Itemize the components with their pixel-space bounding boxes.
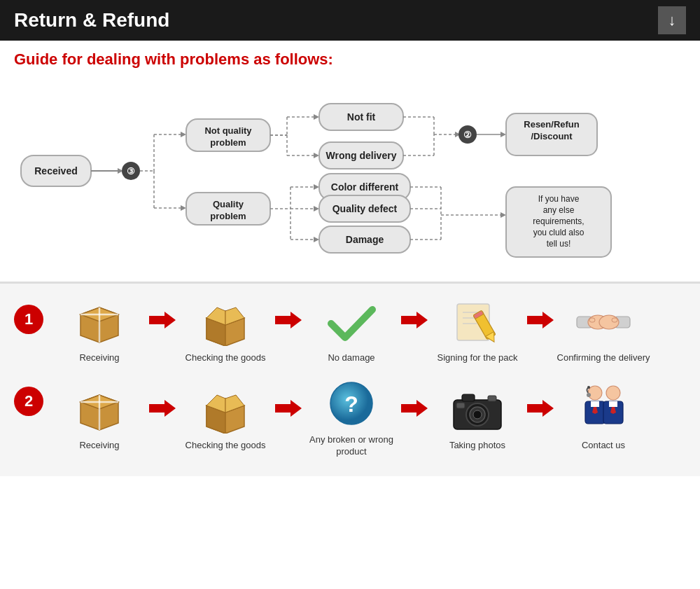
- svg-rect-119: [462, 394, 475, 401]
- process-section: 1 Receiving: [0, 282, 700, 476]
- step-arrow-1b: [274, 310, 302, 331]
- step-label-checking-1: Checking the goods: [186, 352, 266, 364]
- svg-text:/Discount: /Discount: [531, 131, 573, 141]
- svg-marker-54: [500, 132, 506, 137]
- step-arrow-2b: [274, 398, 302, 419]
- svg-text:If you have: If you have: [538, 194, 580, 204]
- step-arrow-2d: [526, 398, 554, 419]
- step-arrow-2c: [400, 398, 428, 419]
- guide-title: Guide for dealing with problems as follo…: [14, 50, 686, 69]
- svg-text:Resen/Refun: Resen/Refun: [524, 119, 580, 130]
- svg-text:Color different: Color different: [331, 181, 399, 193]
- svg-marker-114: [401, 400, 428, 417]
- step-item-photos: Taking photos: [428, 381, 526, 452]
- step-label-receiving-1: Receiving: [79, 352, 119, 364]
- svg-text:Not fit: Not fit: [347, 111, 376, 123]
- step-label-broken: Any broken or wrong product: [302, 434, 400, 458]
- step-item-confirming: Confirming the delivery: [554, 293, 652, 364]
- box-closed-icon: [68, 293, 131, 349]
- step-item-checking-1: Checking the goods: [176, 293, 274, 364]
- svg-marker-83: [275, 312, 302, 328]
- svg-marker-76: [149, 312, 176, 328]
- box-open-icon-2: [194, 381, 257, 437]
- svg-marker-36: [314, 206, 319, 212]
- pencil-paper-icon: [446, 293, 509, 349]
- svg-rect-121: [456, 403, 465, 408]
- process-row-2: 2 Receiving: [14, 375, 686, 458]
- svg-marker-111: [275, 400, 302, 417]
- svg-rect-120: [488, 396, 496, 401]
- svg-marker-22: [314, 114, 319, 120]
- svg-marker-38: [314, 237, 319, 242]
- step-arrow-2a: [148, 398, 176, 419]
- step-number-1: 1: [14, 305, 43, 334]
- svg-marker-92: [527, 312, 554, 328]
- step-label-signing: Signing for the pack: [438, 352, 518, 364]
- svg-text:requirements,: requirements,: [533, 216, 584, 226]
- step-label-photos: Taking photos: [449, 440, 505, 452]
- box-closed-icon-2: [68, 381, 131, 437]
- svg-text:Quality: Quality: [213, 199, 244, 209]
- arrow-icon: ↓: [658, 6, 686, 34]
- step-label-nodamage: No damage: [328, 352, 374, 364]
- step-item-checking-2: Checking the goods: [176, 381, 274, 452]
- svg-text:Not quality: Not quality: [204, 125, 252, 136]
- svg-point-128: [587, 386, 590, 389]
- step-items-1: Receiving: [50, 293, 686, 364]
- svg-marker-122: [527, 400, 554, 417]
- flowchart-svg: Received ③ Not quality problem Quality: [14, 78, 693, 271]
- svg-marker-9: [181, 132, 186, 137]
- step-item-contact: Contact us: [554, 381, 652, 452]
- svg-text:any else: any else: [543, 205, 575, 215]
- step-label-contact: Contact us: [582, 440, 625, 452]
- svg-point-129: [606, 386, 620, 400]
- svg-marker-84: [401, 312, 428, 328]
- step-item-receiving-2: Receiving: [50, 381, 148, 452]
- step-item-signing: Signing for the pack: [428, 293, 526, 364]
- svg-text:③: ③: [127, 166, 135, 176]
- box-open-icon: [194, 293, 257, 349]
- person-icon: [572, 381, 635, 437]
- svg-text:Received: Received: [34, 165, 77, 176]
- svg-rect-97: [589, 318, 595, 322]
- svg-point-118: [473, 410, 482, 419]
- step-item-nodamage: No damage: [302, 293, 400, 364]
- svg-text:②: ②: [463, 130, 472, 140]
- page-title: Return & Refund: [14, 9, 169, 32]
- step-number-2: 2: [14, 387, 43, 416]
- svg-text:tell us!: tell us!: [547, 239, 571, 249]
- step-label-checking-2: Checking the goods: [186, 440, 266, 452]
- svg-rect-126: [591, 401, 599, 407]
- page-header: Return & Refund ↓: [0, 0, 700, 41]
- svg-text:problem: problem: [210, 211, 246, 221]
- handshake-icon: [572, 293, 635, 349]
- svg-marker-34: [314, 184, 319, 190]
- question-icon: ?: [320, 375, 383, 431]
- svg-point-123: [588, 386, 602, 400]
- svg-text:you cluld also: you cluld also: [533, 228, 584, 237]
- step-item-receiving-1: Receiving: [50, 293, 148, 364]
- svg-marker-12: [181, 205, 186, 211]
- svg-rect-98: [612, 318, 617, 322]
- step-items-2: Receiving Checking th: [50, 375, 686, 458]
- step-arrow-1c: [400, 310, 428, 331]
- checkmark-icon: [320, 293, 383, 349]
- step-label-receiving-2: Receiving: [79, 440, 119, 452]
- svg-point-127: [587, 393, 591, 397]
- svg-text:Damage: Damage: [346, 234, 384, 245]
- step-arrow-1d: [526, 310, 554, 331]
- step-label-confirming: Confirming the delivery: [557, 352, 650, 364]
- camera-icon: [446, 381, 509, 437]
- svg-text:Wrong delivery: Wrong delivery: [326, 150, 397, 161]
- process-row-1: 1 Receiving: [14, 293, 686, 364]
- svg-marker-104: [149, 400, 176, 417]
- svg-marker-26: [314, 153, 319, 158]
- guide-section: Guide for dealing with problems as follo…: [0, 41, 700, 282]
- svg-marker-64: [500, 212, 506, 218]
- svg-rect-132: [609, 401, 617, 407]
- step-arrow-1a: [148, 310, 176, 331]
- step-item-broken: ? Any broken or wrong product: [302, 375, 400, 458]
- svg-text:Quality defect: Quality defect: [332, 203, 398, 214]
- svg-text:?: ?: [344, 391, 358, 417]
- flowchart: Received ③ Not quality problem Quality: [14, 78, 686, 275]
